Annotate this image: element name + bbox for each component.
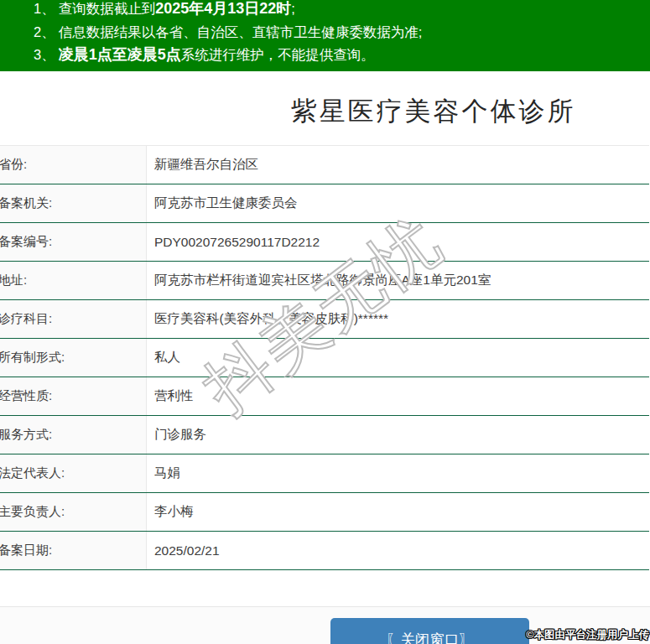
row-label: 服务方式: bbox=[0, 427, 52, 443]
table-row: 省份:新疆维吾尔自治区 bbox=[0, 146, 649, 184]
notice-line: 2、信息数据结果以各省、自治区、直辖市卫生健康委数据为准; bbox=[34, 21, 642, 44]
row-value: 门诊服务 bbox=[154, 426, 206, 444]
row-label: 备案编号: bbox=[0, 234, 52, 250]
notice-line: 3、凌晨1点至凌晨5点系统进行维护，不能提供查询。 bbox=[34, 44, 642, 67]
table-row: 服务方式:门诊服务 bbox=[0, 416, 649, 454]
row-label-cell: 主要负责人: bbox=[0, 493, 147, 531]
row-label: 经营性质: bbox=[0, 388, 52, 404]
row-value: 营利性 bbox=[154, 387, 194, 405]
row-value-cell: 营利性 bbox=[147, 377, 649, 415]
table-row: 所有制形式:私人 bbox=[0, 339, 649, 377]
table-row: 备案编号:PDY00207265290117D2212 bbox=[0, 223, 649, 262]
row-value: 阿克苏市栏杆街道迎宾社区塔北路御景尚座A座1单元201室 bbox=[154, 272, 491, 289]
page-title: 紫星医疗美容个体诊所 bbox=[216, 94, 650, 129]
row-label-cell: 所有制形式: bbox=[0, 339, 147, 377]
notice-number: 3、 bbox=[34, 47, 55, 62]
row-label-cell: 经营性质: bbox=[0, 377, 147, 415]
row-label-cell: 备案日期: bbox=[0, 532, 147, 569]
row-value: PDY00207265290117D2212 bbox=[154, 235, 320, 250]
notice-segment: 2025年4月13日22时 bbox=[155, 0, 291, 17]
row-value-cell: 阿克苏市栏杆街道迎宾社区塔北路御景尚座A座1单元201室 bbox=[147, 262, 649, 299]
row-value: 医疗美容科(美容外科、美容皮肤科)****** bbox=[154, 310, 388, 328]
row-value-cell: 私人 bbox=[147, 339, 649, 377]
notice-header: 1、查询数据截止到2025年4月13日22时;2、信息数据结果以各省、自治区、直… bbox=[0, 0, 650, 71]
table-row: 主要负责人:李小梅 bbox=[0, 493, 649, 532]
row-value: 新疆维吾尔自治区 bbox=[154, 156, 258, 174]
row-value: 马娟 bbox=[154, 465, 180, 482]
row-value-cell: 门诊服务 bbox=[147, 416, 649, 454]
row-label-cell: 省份: bbox=[0, 146, 147, 184]
table-row: 备案日期:2025/02/21 bbox=[0, 532, 649, 570]
row-label-cell: 诊疗科目: bbox=[0, 300, 147, 338]
table-row: 备案机关:阿克苏市卫生健康委员会 bbox=[0, 184, 649, 223]
clinic-record-page: 1、查询数据截止到2025年4月13日22时;2、信息数据结果以各省、自治区、直… bbox=[0, 0, 650, 644]
row-value-cell: PDY00207265290117D2212 bbox=[147, 223, 649, 261]
row-value: 私人 bbox=[154, 349, 180, 366]
photo-credit-stamp: ©本图由平台注册用户上传 bbox=[526, 628, 649, 642]
row-value: 2025/02/21 bbox=[154, 543, 220, 558]
notice-segment: 凌晨1点至凌晨5点 bbox=[59, 46, 181, 63]
notice-number: 2、 bbox=[34, 24, 55, 39]
notice-segment: ; bbox=[291, 1, 295, 16]
notice-line: 1、查询数据截止到2025年4月13日22时; bbox=[34, 0, 642, 21]
row-label-cell: 备案编号: bbox=[0, 223, 147, 261]
row-value-cell: 马娟 bbox=[147, 454, 649, 492]
notice-segment: 查询数据截止到 bbox=[59, 1, 156, 16]
record-table: 省份:新疆维吾尔自治区备案机关:阿克苏市卫生健康委员会备案编号:PDY00207… bbox=[0, 145, 649, 570]
close-window-button[interactable]: 〖关闭窗口〗 bbox=[330, 618, 529, 644]
row-value-cell: 李小梅 bbox=[147, 493, 649, 531]
row-label: 法定代表人: bbox=[0, 465, 65, 481]
row-label: 备案日期: bbox=[0, 543, 52, 558]
row-value-cell: 阿克苏市卫生健康委员会 bbox=[147, 184, 649, 222]
row-label-cell: 地址: bbox=[0, 262, 147, 299]
notice-segment: 系统进行维护，不能提供查询。 bbox=[181, 47, 375, 62]
table-row: 诊疗科目:医疗美容科(美容外科、美容皮肤科)****** bbox=[0, 300, 649, 339]
row-label: 备案机关: bbox=[0, 195, 52, 211]
table-row: 地址:阿克苏市栏杆街道迎宾社区塔北路御景尚座A座1单元201室 bbox=[0, 262, 649, 300]
table-row: 法定代表人:马娟 bbox=[0, 454, 649, 493]
row-label-cell: 备案机关: bbox=[0, 184, 147, 222]
row-value: 李小梅 bbox=[154, 503, 194, 521]
notice-segment: 信息数据结果以各省、自治区、直辖市卫生健康委数据为准; bbox=[59, 24, 423, 39]
row-label: 地址: bbox=[0, 273, 27, 288]
row-label: 诊疗科目: bbox=[0, 311, 52, 327]
row-label-cell: 法定代表人: bbox=[0, 454, 147, 492]
row-value-cell: 医疗美容科(美容外科、美容皮肤科)****** bbox=[147, 300, 649, 338]
row-label: 主要负责人: bbox=[0, 504, 65, 520]
table-row: 经营性质:营利性 bbox=[0, 377, 649, 416]
row-label: 省份: bbox=[0, 157, 27, 173]
row-label-cell: 服务方式: bbox=[0, 416, 147, 454]
row-value-cell: 2025/02/21 bbox=[147, 532, 649, 569]
row-label: 所有制形式: bbox=[0, 350, 65, 366]
row-value: 阿克苏市卫生健康委员会 bbox=[154, 195, 298, 212]
row-value-cell: 新疆维吾尔自治区 bbox=[147, 146, 649, 184]
notice-number: 1、 bbox=[34, 1, 55, 16]
